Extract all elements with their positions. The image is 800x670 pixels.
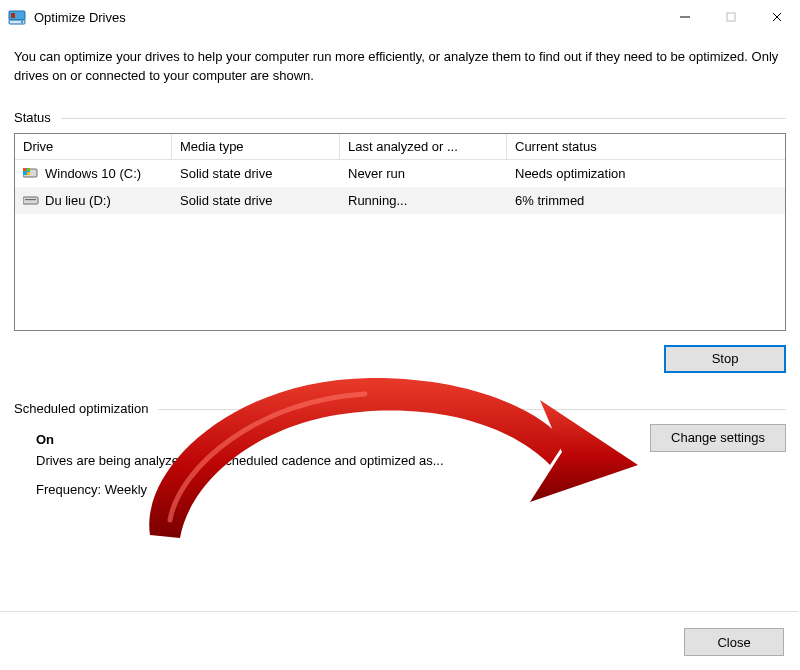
optimize-drives-app-icon: [8, 8, 26, 26]
drive-media: Solid state drive: [172, 166, 340, 181]
svg-rect-13: [27, 172, 30, 175]
minimize-button[interactable]: [662, 0, 708, 34]
divider: [158, 409, 786, 410]
maximize-button: [708, 0, 754, 34]
close-button[interactable]: Close: [684, 628, 784, 656]
drive-last: Running...: [340, 193, 507, 208]
status-section-header: Status: [14, 110, 786, 125]
stop-button[interactable]: Stop: [664, 345, 786, 373]
drive-ssd-icon: [23, 194, 39, 206]
intro-text: You can optimize your drives to help you…: [14, 48, 786, 86]
svg-rect-10: [23, 168, 26, 171]
status-section-label: Status: [14, 110, 51, 125]
scheduled-frequency: Frequency: Weekly: [36, 482, 786, 497]
drive-status: Needs optimization: [507, 166, 785, 181]
close-window-button[interactable]: [754, 0, 800, 34]
titlebar: Optimize Drives: [0, 0, 800, 34]
drives-table: Drive Media type Last analyzed or ... Cu…: [14, 133, 786, 331]
drive-name: Du lieu (D:): [45, 193, 111, 208]
drive-name: Windows 10 (C:): [45, 166, 141, 181]
col-header-status[interactable]: Current status: [507, 134, 785, 159]
window-controls: [662, 0, 800, 34]
divider: [61, 118, 786, 119]
drives-table-header: Drive Media type Last analyzed or ... Cu…: [15, 134, 785, 160]
svg-point-2: [21, 21, 23, 23]
col-header-media[interactable]: Media type: [172, 134, 340, 159]
svg-rect-12: [23, 172, 26, 175]
col-header-last[interactable]: Last analyzed or ...: [340, 134, 507, 159]
drive-media: Solid state drive: [172, 193, 340, 208]
drive-last: Never run: [340, 166, 507, 181]
col-header-drive[interactable]: Drive: [15, 134, 172, 159]
table-row[interactable]: Windows 10 (C:) Solid state drive Never …: [15, 160, 785, 187]
scheduled-description: Drives are being analyzed on a scheduled…: [36, 453, 786, 468]
change-settings-button[interactable]: Change settings: [650, 424, 786, 452]
svg-rect-11: [27, 168, 30, 171]
divider: [0, 611, 798, 612]
scheduled-section-label: Scheduled optimization: [14, 401, 148, 416]
table-row[interactable]: Du lieu (D:) Solid state drive Running..…: [15, 187, 785, 214]
drive-windows-icon: [23, 167, 39, 179]
drive-status: 6% trimmed: [507, 193, 785, 208]
svg-rect-15: [25, 199, 36, 200]
scheduled-section-header: Scheduled optimization: [14, 401, 786, 416]
window-title: Optimize Drives: [34, 10, 126, 25]
svg-rect-3: [11, 13, 15, 18]
svg-rect-14: [23, 197, 38, 204]
svg-rect-5: [727, 13, 735, 21]
